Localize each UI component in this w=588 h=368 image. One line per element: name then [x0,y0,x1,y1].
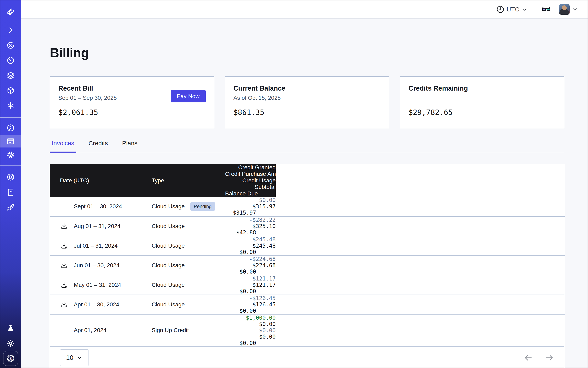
sidebar-divider [0,117,21,118]
radar-icon [6,41,15,50]
logo-mark[interactable] [0,7,21,17]
timezone-selector[interactable]: UTC [496,5,528,14]
lifebuoy-icon [6,173,15,181]
invoice-type: Cloud Usage [152,301,185,308]
sidebar-item-timer[interactable] [0,53,21,68]
sidebar-item-billing[interactable] [0,135,21,147]
sidebar-item-services[interactable] [0,98,21,113]
arrow-left-icon [524,353,533,362]
sidebar-item-docs[interactable] [0,185,21,200]
card-subtitle [408,95,556,101]
reader-mode-toggle[interactable] [540,5,552,14]
orbit-logo-icon [6,7,15,17]
download-icon [60,281,68,289]
tab-invoices[interactable]: Invoices [50,140,76,153]
invoice-date: Jun 01 – 30, 2024 [74,262,119,269]
rocket-icon [6,203,15,212]
balance-due-value: $0.00 [225,340,276,346]
download-icon [60,262,68,269]
download-invoice-button[interactable] [60,222,68,230]
invoice-type: Cloud Usage [152,262,185,269]
topbar: UTC [21,0,588,19]
invoice-table-body: Sept 01 – 30, 2024 Cloud Usage Pending $… [50,197,565,346]
flask-icon [6,324,15,332]
credit-usage-value: -$224.68 [225,256,276,262]
chevron-down-icon [77,355,82,361]
subtotal-value: $325.10 [225,223,276,229]
recent-bill-card: Recent Bill Sep 01 – Sep 30, 2025 $2,061… [50,76,214,128]
next-page-button[interactable] [545,353,554,362]
sidebar-item-theme[interactable] [0,336,21,351]
balance-due-value: $0.00 [225,308,276,314]
sidebar-item-credits[interactable]: $ [3,351,18,366]
arrow-right-icon [545,353,554,362]
download-invoice-button[interactable] [60,281,68,289]
invoice-date: Jul 01 – 31, 2024 [74,243,118,249]
table-row: May 01 – 31, 2024 Cloud Usage -$121.17 $… [50,275,565,295]
chevron-down-icon [522,6,528,12]
column-header-date: Date (UTC) [50,164,152,197]
column-header-subtotal: Subtotal [225,184,276,190]
avatar[interactable] [559,4,570,15]
credits-remaining-card: Credits Remaining $29,782.65 [400,76,564,128]
column-header-type: Type [152,164,225,197]
card-title: Current Balance [234,84,381,92]
invoices-table-container: Date (UTC) Type Credit Granted Credit Pu… [50,164,564,368]
pagination-bar: 10 [50,346,564,368]
download-invoice-button[interactable] [60,301,68,309]
page-size-select[interactable]: 10 [60,350,89,366]
download-invoice-button[interactable] [60,242,68,250]
table-header-row: Date (UTC) Type Credit Granted Credit Pu… [50,164,565,197]
invoice-date: Sept 01 – 30, 2024 [74,203,122,210]
sidebar-item-quickstart[interactable] [0,200,21,215]
tab-plans[interactable]: Plans [120,140,139,153]
subtotal-value: $315.97 [225,203,276,210]
sidebar-item-labs[interactable] [0,321,21,336]
table-row: Jun 01 – 30, 2024 Cloud Usage -$224.68 $… [50,256,565,275]
app-window: $ UTC [0,0,588,368]
subtotal-value: $0.00 [225,333,276,340]
main-content: Billing Recent Bill Sep 01 – Sep 30, 202… [21,19,588,368]
clock-icon [496,5,505,14]
docs-book-icon [6,188,15,196]
sidebar-item-deployments[interactable] [0,83,21,98]
gauge-icon [6,124,15,132]
invoice-type: Cloud Usage [152,203,185,210]
column-header-credit-usage: Credit Usage [225,177,276,184]
column-header-credit-granted: Credit Granted [225,164,276,171]
sidebar-item-usage[interactable] [0,120,21,135]
sidebar-item-monitor[interactable] [0,38,21,53]
invoice-type: Cloud Usage [152,243,185,249]
download-invoice-button[interactable] [60,261,68,269]
sidebar-item-expand[interactable] [0,23,21,38]
asterisk-icon [6,101,15,110]
page-title: Billing [50,45,564,60]
tab-credits[interactable]: Credits [86,140,110,153]
balance-due-value: $0.00 [225,288,276,294]
credit-usage-value: $0.00 [225,327,276,333]
billing-card-icon [6,137,15,146]
pay-now-button[interactable]: Pay Now [171,90,206,102]
credit-usage-value: -$282.22 [225,217,276,223]
sidebar-item-layers[interactable] [0,68,21,83]
status-badge: Pending [190,202,215,211]
billing-tabs: Invoices Credits Plans [50,140,564,152]
sidebar-item-support[interactable] [0,169,21,185]
chevron-right-icon [7,26,15,34]
download-icon [60,301,68,308]
card-title: Credits Remaining [408,84,556,92]
card-amount: $29,782.65 [408,108,556,117]
sidebar-item-settings[interactable] [0,147,21,162]
subtotal-value: $126.45 [225,301,276,308]
summary-cards: Recent Bill Sep 01 – Sep 30, 2025 $2,061… [50,76,564,128]
card-subtitle: As of Oct 15, 2025 [234,95,381,101]
sidebar-divider [0,166,21,166]
chevron-down-icon[interactable] [572,6,578,13]
column-header-credit-purchase: Credit Purchase Amount [225,171,276,177]
balance-due-value: $0.00 [225,268,276,275]
column-header-balance-due: Balance Due [225,190,276,197]
invoices-table: Date (UTC) Type Credit Granted Credit Pu… [50,164,565,346]
table-row: Aug 01 – 31, 2024 Cloud Usage -$282.22 $… [50,216,565,236]
invoice-type: Cloud Usage [152,223,185,230]
previous-page-button[interactable] [524,353,533,362]
